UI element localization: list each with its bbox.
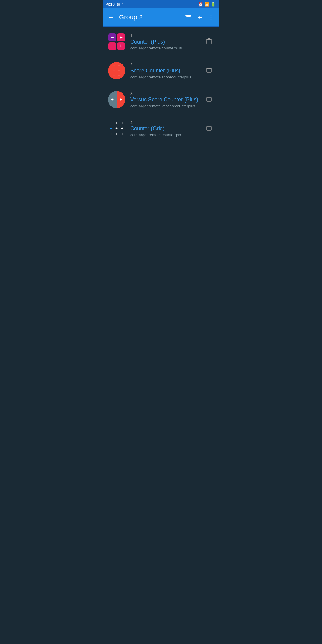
item-number-3: 3 (130, 91, 199, 96)
list-item[interactable]: − + − + 1 Counter (Plus) com.argonremote… (103, 27, 219, 56)
score-row-3: −+ (113, 74, 120, 78)
item-number-2: 2 (130, 62, 199, 67)
list-item[interactable]: + + 3 Versus Score Counter (Plus) com.ar… (103, 85, 219, 114)
list-item[interactable]: −+ −+ −+ 2 Score Counter (Plus) com.argo… (103, 56, 219, 85)
back-button[interactable]: ← (108, 13, 114, 21)
item-content-3: 3 Versus Score Counter (Plus) com.argonr… (130, 91, 199, 108)
app-bar: ← Group 2 + ⋮ (103, 8, 219, 26)
item-content-1: 1 Counter (Plus) com.argonremote.counter… (130, 33, 199, 50)
item-package-2: com.argonremote.scorecounterplus (130, 75, 199, 79)
dot-indicator: • (122, 2, 123, 6)
app-icon-counter-grid: + + + + + + + + + (108, 120, 126, 137)
app-bar-actions: + ⋮ (185, 13, 214, 22)
app-icon-versus: + + (108, 91, 126, 109)
versus-right: + (117, 91, 125, 108)
svg-rect-22 (208, 125, 210, 125)
svg-rect-16 (208, 96, 210, 96)
item-title-2: Score Counter (Plus) (130, 68, 199, 74)
add-button[interactable]: + (198, 13, 202, 22)
versus-left: + (108, 91, 117, 108)
item-number-4: 4 (130, 120, 199, 125)
app-icon-counter-plus: − + − + (108, 33, 126, 51)
svg-rect-4 (208, 38, 210, 39)
signal-icon: 📶 (205, 2, 209, 7)
more-options-button[interactable]: ⋮ (208, 14, 214, 21)
page-title: Group 2 (119, 13, 180, 21)
item-number-1: 1 (130, 33, 199, 38)
filter-button[interactable] (185, 14, 192, 21)
battery-icon: 🔋 (211, 2, 216, 7)
alarm-icon: ⏰ (198, 2, 203, 7)
item-title-3: Versus Score Counter (Plus) (130, 97, 199, 103)
delete-button-4[interactable] (204, 122, 214, 135)
icon-cell-minus-2: − (108, 42, 116, 50)
item-package-3: com.argonremote.vsscorecounterplus (130, 104, 199, 108)
item-package-1: com.argonremote.counterplus (130, 46, 199, 50)
message-icon: ▩ (117, 2, 120, 6)
icon-cell-plus-1: + (117, 33, 125, 41)
delete-button-2[interactable] (204, 64, 214, 77)
item-title-1: Counter (Plus) (130, 39, 199, 45)
status-right-icons: ⏰ 📶 🔋 (198, 2, 216, 7)
app-icon-score-counter: −+ −+ −+ (108, 62, 126, 80)
delete-button-3[interactable] (204, 93, 214, 106)
item-package-4: com.argonremote.countergrid (130, 133, 199, 137)
status-time: 4:10 (106, 2, 115, 7)
item-title-4: Counter (Grid) (130, 126, 199, 132)
icon-cell-minus-1: − (108, 33, 116, 41)
item-content-2: 2 Score Counter (Plus) com.argonremote.s… (130, 62, 199, 79)
item-content-4: 4 Counter (Grid) com.argonremote.counter… (130, 120, 199, 137)
score-row-2: −+ (113, 69, 120, 73)
score-row-1: −+ (113, 64, 120, 68)
delete-button-1[interactable] (204, 35, 214, 48)
list-item[interactable]: + + + + + + + + + 4 Counter (Grid) com.a… (103, 114, 219, 143)
app-list: − + − + 1 Counter (Plus) com.argonremote… (103, 27, 219, 143)
status-bar: 4:10 ▩ • ⏰ 📶 🔋 (103, 0, 219, 8)
svg-rect-10 (208, 67, 210, 67)
icon-cell-plus-2: + (117, 42, 125, 50)
